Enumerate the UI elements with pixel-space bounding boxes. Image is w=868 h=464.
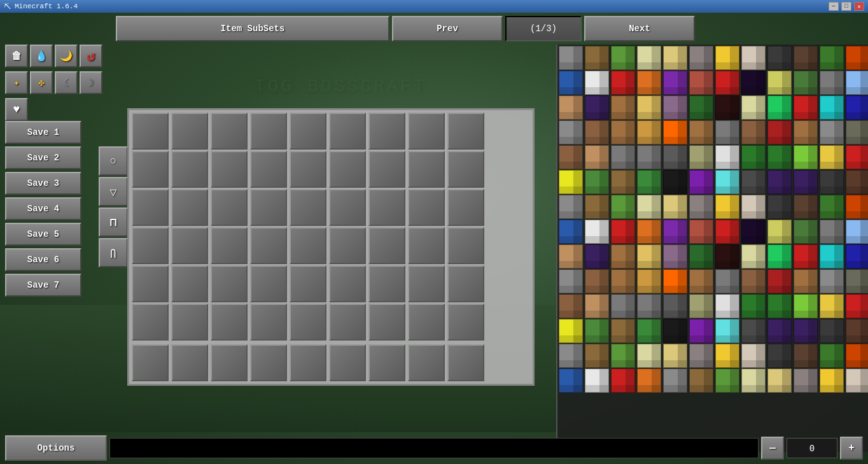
item-block-cell[interactable]	[741, 220, 766, 244]
item-block-cell[interactable]	[715, 369, 739, 393]
item-block-cell[interactable]	[611, 46, 635, 70]
item-block-cell[interactable]	[715, 294, 739, 318]
item-block-cell[interactable]	[611, 344, 635, 368]
item-block-cell[interactable]	[846, 344, 868, 368]
item-block-cell[interactable]	[611, 145, 635, 169]
item-block-cell[interactable]	[767, 195, 792, 219]
inventory-cell[interactable]	[447, 265, 484, 302]
item-block-cell[interactable]	[715, 120, 739, 144]
item-block-cell[interactable]	[585, 244, 609, 269]
item-block-cell[interactable]	[820, 294, 844, 318]
inventory-cell[interactable]	[132, 265, 169, 302]
item-block-cell[interactable]	[846, 220, 868, 244]
item-block-cell[interactable]	[715, 244, 739, 269]
item-block-cell[interactable]	[559, 170, 583, 194]
chat-input-bar[interactable]	[109, 438, 759, 458]
item-subsets-button[interactable]: Item SubSets	[116, 16, 389, 41]
inventory-cell[interactable]	[250, 265, 287, 302]
item-block-cell[interactable]	[585, 46, 609, 70]
item-block-cell[interactable]	[846, 244, 868, 269]
item-block-cell[interactable]	[663, 71, 687, 95]
item-block-cell[interactable]	[767, 244, 792, 269]
item-block-cell[interactable]	[689, 369, 713, 393]
item-block-cell[interactable]	[794, 195, 818, 219]
item-block-cell[interactable]	[663, 344, 687, 368]
inventory-cell[interactable]	[368, 304, 405, 341]
halfmoon-button[interactable]: ☾	[55, 71, 78, 94]
inventory-cell[interactable]	[250, 304, 287, 341]
inventory-cell[interactable]	[171, 227, 208, 264]
item-block-cell[interactable]	[637, 294, 661, 318]
item-block-cell[interactable]	[559, 120, 583, 144]
item-block-cell[interactable]	[559, 220, 583, 244]
item-block-cell[interactable]	[767, 344, 792, 368]
item-block-cell[interactable]	[611, 95, 635, 120]
inventory-cell[interactable]	[447, 304, 484, 341]
item-block-cell[interactable]	[715, 220, 739, 244]
save-2-button[interactable]: Save 2	[5, 146, 81, 169]
item-block-cell[interactable]	[611, 120, 635, 144]
item-block-cell[interactable]	[767, 46, 792, 70]
inventory-cell[interactable]	[290, 151, 326, 188]
save-3-button[interactable]: Save 3	[5, 172, 81, 195]
item-block-cell[interactable]	[794, 120, 818, 144]
options-button[interactable]: Options	[5, 435, 107, 461]
moon-button[interactable]: 🌙	[55, 45, 78, 67]
item-block-cell[interactable]	[741, 145, 766, 169]
minimize-button[interactable]: —	[829, 2, 839, 11]
item-block-cell[interactable]	[846, 369, 868, 393]
inventory-cell[interactable]	[368, 189, 405, 226]
item-block-cell[interactable]	[663, 294, 687, 318]
item-block-cell[interactable]	[585, 120, 609, 144]
inventory-cell[interactable]	[329, 227, 366, 264]
item-block-cell[interactable]	[689, 244, 713, 269]
item-block-cell[interactable]	[820, 71, 844, 95]
item-block-cell[interactable]	[663, 120, 687, 144]
inventory-cell[interactable]	[171, 151, 208, 188]
save-4-button[interactable]: Save 4	[5, 197, 81, 220]
item-block-cell[interactable]	[585, 220, 609, 244]
inventory-cell[interactable]	[171, 113, 208, 150]
item-block-cell[interactable]	[820, 46, 844, 70]
item-block-cell[interactable]	[689, 170, 713, 194]
inventory-cell[interactable]	[368, 151, 405, 188]
item-block-cell[interactable]	[820, 269, 844, 293]
item-block-cell[interactable]	[741, 170, 766, 194]
hotbar-cell[interactable]	[329, 344, 366, 381]
item-block-cell[interactable]	[794, 95, 818, 120]
inventory-cell[interactable]	[290, 304, 326, 341]
item-block-cell[interactable]	[741, 344, 766, 368]
inventory-cell[interactable]	[368, 227, 405, 264]
item-block-cell[interactable]	[585, 71, 609, 95]
crescent-button[interactable]: ☽	[80, 71, 102, 94]
item-block-cell[interactable]	[794, 319, 818, 343]
inventory-cell[interactable]	[408, 227, 445, 264]
hotbar-cell[interactable]	[408, 344, 445, 381]
inventory-cell[interactable]	[290, 189, 326, 226]
item-block-cell[interactable]	[559, 95, 583, 120]
inventory-cell[interactable]	[447, 227, 484, 264]
item-block-cell[interactable]	[767, 120, 792, 144]
inventory-cell[interactable]	[211, 189, 248, 226]
item-block-cell[interactable]	[663, 95, 687, 120]
item-block-cell[interactable]	[689, 95, 713, 120]
item-block-cell[interactable]	[689, 220, 713, 244]
item-block-cell[interactable]	[715, 95, 739, 120]
item-block-cell[interactable]	[846, 46, 868, 70]
item-block-cell[interactable]	[637, 95, 661, 120]
item-block-cell[interactable]	[559, 269, 583, 293]
item-block-cell[interactable]	[611, 319, 635, 343]
inventory-cell[interactable]	[408, 151, 445, 188]
inventory-cell[interactable]	[211, 113, 248, 150]
item-block-cell[interactable]	[794, 294, 818, 318]
inventory-cell[interactable]	[171, 304, 208, 341]
item-block-cell[interactable]	[767, 71, 792, 95]
item-block-cell[interactable]	[663, 220, 687, 244]
inventory-cell[interactable]	[408, 189, 445, 226]
item-block-cell[interactable]	[611, 369, 635, 393]
item-block-cell[interactable]	[846, 145, 868, 169]
item-block-cell[interactable]	[846, 269, 868, 293]
hotbar-cell[interactable]	[211, 344, 248, 381]
leggings-slot[interactable]: ⊓	[99, 207, 128, 237]
item-block-cell[interactable]	[585, 344, 609, 368]
